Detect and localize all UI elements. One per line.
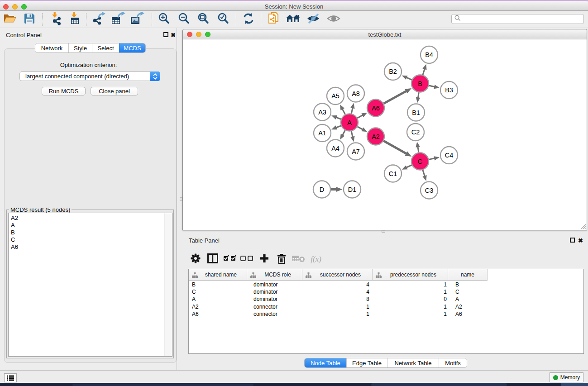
table-cell[interactable]: 4	[303, 288, 369, 295]
table-cell[interactable]: A2	[455, 303, 488, 310]
horizontal-split-handle[interactable]	[382, 230, 385, 233]
graph-node-B2[interactable]: B2	[384, 63, 402, 80]
table-cell[interactable]: 1	[374, 288, 447, 295]
table-cell[interactable]: dominator	[253, 288, 301, 295]
open-file-button[interactable]	[2, 12, 18, 27]
graph-node-C2[interactable]: C2	[407, 124, 424, 141]
table-cell[interactable]: B	[455, 281, 488, 288]
zoom-in-button[interactable]	[156, 12, 172, 27]
table-cell[interactable]: B	[192, 281, 246, 288]
graph-node-A1[interactable]: A1	[314, 124, 331, 142]
table-row-C[interactable]: Cdominator41C	[189, 288, 583, 295]
task-history-button[interactable]	[4, 373, 17, 382]
graph-edge-B-B4[interactable]	[423, 68, 425, 75]
fx-button[interactable]: f(x)	[307, 252, 325, 267]
plus-button[interactable]	[256, 252, 273, 267]
table-cell[interactable]: 1	[303, 310, 369, 318]
memory-indicator[interactable]: Memory	[550, 372, 583, 382]
table-panel-close-button[interactable]: ✖	[578, 238, 583, 243]
import-table-button[interactable]	[67, 12, 83, 27]
mcds-result-item[interactable]: A6	[9, 243, 163, 251]
save-session-button[interactable]	[21, 12, 38, 27]
home-button[interactable]	[285, 12, 301, 27]
table-cell[interactable]: 1	[374, 281, 447, 288]
columns-button[interactable]	[204, 252, 221, 267]
table-cell[interactable]: 1	[374, 310, 447, 318]
tab-network-table[interactable]: Network Table	[387, 358, 439, 367]
graph-node-A[interactable]: A	[341, 114, 358, 131]
graph-node-A7[interactable]: A7	[347, 143, 364, 160]
column-header-predecessor-nodes[interactable]: predecessor nodes	[373, 269, 448, 280]
mcds-result-item[interactable]: B	[9, 229, 163, 236]
table-row-A[interactable]: Adominator80A	[189, 295, 583, 303]
control-panel-float-button[interactable]	[163, 32, 168, 37]
graph-node-A5[interactable]: A5	[327, 87, 344, 105]
vertical-split-handle[interactable]	[180, 197, 182, 201]
table-delete-button[interactable]	[290, 252, 307, 267]
table-cell[interactable]: 8	[303, 295, 369, 303]
graph-node-D[interactable]: D	[313, 181, 330, 198]
zoom-out-button[interactable]	[176, 12, 192, 27]
table-cell[interactable]: connector	[253, 310, 301, 318]
mcds-result-item[interactable]: A2	[9, 214, 163, 222]
export-image-button[interactable]	[129, 12, 146, 27]
graph-node-B4[interactable]: B4	[421, 46, 438, 63]
graph-edge-C-C4[interactable]	[429, 158, 435, 160]
table-cell[interactable]: A6	[455, 310, 488, 318]
trash-button[interactable]	[273, 252, 290, 267]
table-cell[interactable]: C	[192, 288, 246, 295]
search-input[interactable]	[461, 15, 583, 23]
uncheck-pair-button[interactable]	[239, 252, 256, 267]
table-cell[interactable]: 1	[374, 303, 447, 310]
table-cell[interactable]: 4	[303, 281, 369, 288]
mcds-result-list[interactable]: A2ABCA6	[8, 213, 172, 357]
graph-edge-A6-B[interactable]	[384, 91, 407, 104]
column-header-name[interactable]: name	[448, 269, 488, 280]
table-cell[interactable]: A	[455, 295, 488, 303]
refresh-button[interactable]	[240, 12, 257, 27]
tab-node-table[interactable]: Node Table	[305, 358, 346, 367]
tab-network[interactable]: Network	[35, 43, 68, 52]
graph-node-B1[interactable]: B1	[407, 104, 425, 121]
tab-select[interactable]: Select	[92, 43, 119, 52]
table-row-A2[interactable]: A2connector11A2	[189, 303, 583, 310]
table-cell[interactable]: C	[455, 288, 488, 295]
graph-edge-A-A8[interactable]	[351, 107, 353, 114]
close-panel-button[interactable]: Close panel	[91, 87, 138, 95]
export-network-button[interactable]	[91, 12, 108, 27]
graph-edge-C-C2[interactable]	[418, 146, 419, 152]
graph-node-B[interactable]: B	[411, 75, 429, 92]
network-canvas[interactable]: B4B2BB3A5A8A6A3B1AA1C2A2A4A7C4CC1C3DD1	[183, 39, 587, 230]
session-docs-button[interactable]	[266, 12, 282, 27]
graph-edge-C-C1[interactable]	[406, 165, 412, 168]
table-row-A6[interactable]: A6connector11A6	[189, 310, 583, 318]
zoom-fit-button[interactable]	[195, 12, 211, 27]
graph-edge-B-B2[interactable]	[406, 77, 412, 80]
criterion-select[interactable]: largest connected component (directed)	[19, 71, 160, 81]
run-mcds-button[interactable]: Run MCDS	[42, 87, 86, 95]
control-panel-close-button[interactable]: ✖	[171, 33, 176, 38]
table-cell[interactable]: A	[192, 295, 246, 303]
mcds-result-item[interactable]: A	[9, 222, 163, 229]
graph-edge-A2-C[interactable]	[383, 141, 406, 154]
show-panel-button[interactable]	[325, 12, 342, 27]
tab-mcds[interactable]: MCDS	[119, 43, 145, 52]
graph-node-A8[interactable]: A8	[347, 85, 364, 102]
graph-edge-B-B3[interactable]	[429, 86, 435, 87]
table-cell[interactable]: 0	[374, 295, 447, 303]
import-network-button[interactable]	[47, 12, 63, 27]
graph-node-C1[interactable]: C1	[384, 165, 402, 182]
graph-node-A4[interactable]: A4	[327, 140, 344, 157]
table-cell[interactable]: A6	[192, 310, 246, 318]
tab-motifs[interactable]: Motifs	[439, 358, 467, 367]
column-header-MCDS-role[interactable]: MCDS role	[247, 269, 302, 280]
gear-button[interactable]	[187, 252, 204, 267]
export-table-button[interactable]	[110, 12, 127, 27]
mcds-result-scrollbar[interactable]	[164, 213, 172, 356]
table-cell[interactable]: dominator	[253, 281, 301, 288]
graph-node-B3[interactable]: B3	[440, 81, 458, 99]
graph-node-C4[interactable]: C4	[440, 147, 458, 164]
check-pair-button[interactable]	[221, 252, 239, 267]
hide-panel-button[interactable]	[305, 12, 321, 27]
tab-edge-table[interactable]: Edge Table	[346, 358, 387, 367]
